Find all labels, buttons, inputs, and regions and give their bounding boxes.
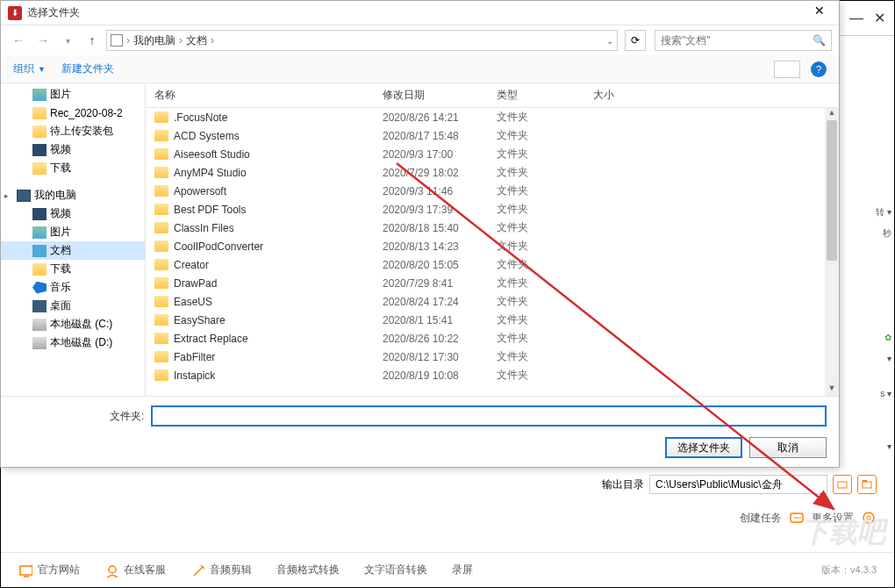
back-button[interactable]: ← <box>8 30 29 51</box>
file-date: 2020/8/19 10:08 <box>374 369 488 382</box>
up-button[interactable]: ↑ <box>82 30 103 51</box>
forward-button[interactable]: → <box>32 30 54 51</box>
expand-icon[interactable]: ▸ <box>4 191 13 200</box>
help-button[interactable]: ? <box>811 61 827 77</box>
organize-menu[interactable]: 组织 ▼ <box>13 61 46 76</box>
scroll-down-icon[interactable]: ▼ <box>825 384 839 396</box>
close-button[interactable]: ✕ <box>807 4 832 23</box>
view-button[interactable] <box>774 61 800 78</box>
tree-item[interactable]: 下载 <box>1 159 145 177</box>
tree-item[interactable]: 待上传安装包 <box>1 122 145 140</box>
folder-icon <box>32 162 47 175</box>
select-folder-button[interactable]: 选择文件夹 <box>665 437 742 458</box>
tree-item[interactable]: 本地磁盘 (C:) <box>1 315 145 333</box>
create-task-label[interactable]: 创建任务 <box>740 511 782 526</box>
list-row[interactable]: Aiseesoft Studio2020/9/3 17:00文件夹 <box>146 145 839 163</box>
list-row[interactable]: CoolIPodConverter2020/8/13 14:23文件夹 <box>146 237 839 255</box>
col-type[interactable]: 类型 <box>488 88 584 103</box>
minimize-icon[interactable]: — <box>849 11 863 26</box>
tree-item[interactable]: 桌面 <box>1 297 145 315</box>
list-row[interactable]: AnyMP4 Studio2020/7/29 18:02文件夹 <box>146 163 839 182</box>
chevron-right-icon[interactable]: › <box>211 34 214 47</box>
file-type: 文件夹 <box>488 349 584 364</box>
refresh-button[interactable]: ⟳ <box>625 30 646 51</box>
tree-item[interactable]: Rec_2020-08-2 <box>1 104 145 122</box>
file-date: 2020/8/13 14:23 <box>374 240 488 253</box>
side-btn[interactable]: ▾ <box>876 441 891 459</box>
list-row[interactable]: Creator2020/8/20 15:05文件夹 <box>146 255 839 274</box>
list-row[interactable]: FabFilter2020/8/12 17:30文件夹 <box>146 348 839 366</box>
scroll-thumb[interactable] <box>827 120 837 261</box>
tree-item[interactable]: 图片 <box>1 223 145 241</box>
list-row[interactable]: Instapick2020/8/19 10:08文件夹 <box>146 366 839 384</box>
crumb-current[interactable]: 文档 <box>186 33 207 48</box>
tree-item[interactable]: 下载 <box>1 260 145 278</box>
col-date[interactable]: 修改日期 <box>374 88 488 103</box>
new-folder-button[interactable]: 新建文件夹 <box>61 61 114 76</box>
output-icon-1[interactable] <box>833 475 852 494</box>
list-row[interactable]: Apowersoft2020/9/3 11:46文件夹 <box>146 182 839 200</box>
tree-item[interactable]: ▸我的电脑 <box>1 186 145 204</box>
folder-tree[interactable]: 图片Rec_2020-08-2待上传安装包视频下载▸我的电脑视频图片文档下载音乐… <box>1 83 146 396</box>
tree-item[interactable]: 图片 <box>1 85 145 104</box>
list-row[interactable]: .FocusNote2020/8/26 14:21文件夹 <box>146 108 839 126</box>
crumb-dropdown[interactable]: ⌄ <box>606 36 613 46</box>
list-row[interactable]: EaseUS2020/8/24 17:24文件夹 <box>146 292 839 311</box>
tree-item[interactable]: 文档 <box>1 241 145 260</box>
close-icon[interactable]: ✕ <box>874 10 885 26</box>
search-box[interactable]: 🔍 <box>655 30 832 51</box>
tree-item[interactable]: 视频 <box>1 140 145 159</box>
recent-dropdown[interactable]: ▾ <box>57 30 78 51</box>
link-tts[interactable]: 文字语音转换 <box>364 563 427 577</box>
col-size[interactable]: 大小 <box>584 88 655 103</box>
tree-label: 图片 <box>50 225 71 240</box>
list-row[interactable]: Best PDF Tools2020/9/3 17:39文件夹 <box>146 200 839 219</box>
desk-icon <box>32 300 47 312</box>
open-folder-icon[interactable] <box>857 475 877 494</box>
link-website[interactable]: 官方网站 <box>18 563 80 577</box>
file-type: 文件夹 <box>488 183 584 198</box>
folder-icon <box>154 167 168 178</box>
folder-dialog: ⬇ 选择文件夹 ✕ ← → ▾ ↑ › 我的电脑 › 文档 › ⌄ ⟳ 🔍 组织… <box>0 0 840 468</box>
disk-icon <box>32 337 47 349</box>
breadcrumb[interactable]: › 我的电脑 › 文档 › ⌄ <box>106 30 618 51</box>
crumb-root[interactable]: 我的电脑 <box>133 33 175 48</box>
list-row[interactable]: DrawPad2020/7/29 8:41文件夹 <box>146 274 839 292</box>
cancel-button[interactable]: 取消 <box>749 437 827 458</box>
file-date: 2020/8/26 10:22 <box>374 333 488 345</box>
folder-icon <box>154 204 168 215</box>
chevron-right-icon[interactable]: › <box>179 34 183 47</box>
scroll-up-icon[interactable]: ▲ <box>825 108 839 120</box>
list-row[interactable]: EasyShare2020/8/1 15:41文件夹 <box>146 311 839 329</box>
tree-item[interactable]: 音乐 <box>1 278 145 297</box>
search-input[interactable] <box>661 34 813 47</box>
side-btn[interactable]: 转 ▾ <box>876 206 891 224</box>
tree-item[interactable]: 本地磁盘 (D:) <box>1 333 145 352</box>
file-date: 2020/8/17 15:48 <box>374 130 488 142</box>
folder-name-input[interactable] <box>151 405 827 427</box>
list-row[interactable]: ClassIn Files2020/8/18 15:40文件夹 <box>146 219 839 237</box>
side-btn[interactable]: 秒 <box>876 227 891 245</box>
version-label: 版本：v4.3.3 <box>821 563 877 577</box>
list-row[interactable]: Extract Replace2020/8/26 10:22文件夹 <box>146 329 839 348</box>
link-audio-edit[interactable]: 音频剪辑 <box>190 563 252 577</box>
chevron-right-icon[interactable]: › <box>126 34 130 47</box>
link-service[interactable]: 在线客服 <box>104 563 166 577</box>
folder-icon <box>154 277 168 289</box>
search-icon[interactable]: 🔍 <box>813 34 826 47</box>
list-body[interactable]: .FocusNote2020/8/26 14:21文件夹ACD Systems2… <box>146 108 839 396</box>
tree-label: Rec_2020-08-2 <box>50 107 123 119</box>
file-name: CoolIPodConverter <box>174 240 263 253</box>
side-btn[interactable]: ▾ <box>876 354 891 371</box>
list-row[interactable]: ACD Systems2020/8/17 15:48文件夹 <box>146 126 839 145</box>
link-screen-record[interactable]: 录屏 <box>452 563 473 577</box>
link-audio-convert[interactable]: 音频格式转换 <box>276 563 340 577</box>
tree-item[interactable]: 视频 <box>1 204 145 223</box>
output-path-input[interactable] <box>649 475 827 494</box>
file-type: 文件夹 <box>488 294 584 309</box>
side-btn[interactable]: s ▾ <box>876 389 891 406</box>
pc-icon <box>17 190 31 202</box>
side-btn[interactable]: ✿ <box>876 333 891 350</box>
col-name[interactable]: 名称 <box>146 88 374 103</box>
scrollbar[interactable]: ▲ ▼ <box>825 108 839 396</box>
